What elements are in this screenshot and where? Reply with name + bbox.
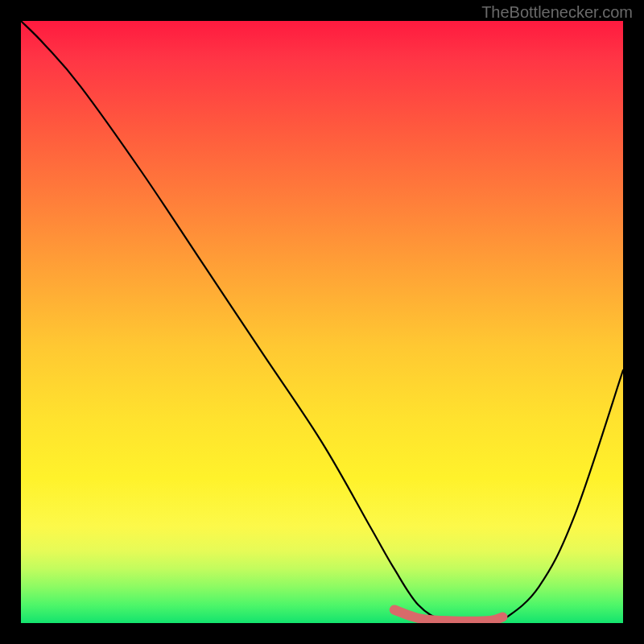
chart-svg bbox=[21, 21, 623, 623]
optimal-range-highlight bbox=[394, 610, 503, 621]
attribution-text: TheBottlenecker.com bbox=[481, 3, 633, 22]
chart-plot-area bbox=[21, 21, 623, 623]
bottleneck-curve-path bbox=[21, 21, 623, 623]
